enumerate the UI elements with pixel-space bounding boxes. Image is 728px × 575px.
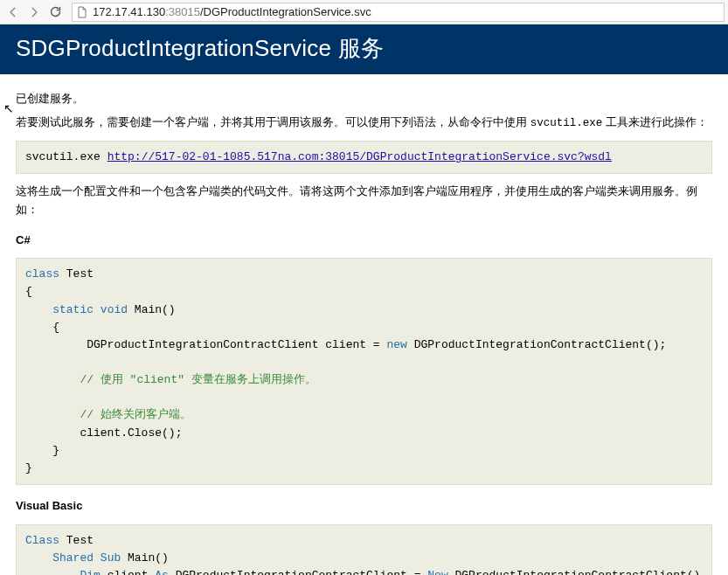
browser-toolbar: 172.17.41.130:38015/DGProductIntegration… [0,0,728,24]
forward-button[interactable] [24,3,44,22]
url-port: :38015 [165,5,200,18]
csharp-label: C# [16,232,712,250]
vb-label: Visual Basic [16,497,712,516]
generated-files-text: 这将生成一个配置文件和一个包含客户端类的代码文件。请将这两个文件添加到客户端应用… [16,183,712,219]
page-content: 已创建服务。 若要测试此服务，需要创建一个客户端，并将其用于调用该服务。可以使用… [0,74,728,575]
instruction-suffix: 工具来进行此操作： [602,115,708,128]
url-path: /DGProductIntegrationService.svc [200,5,371,18]
service-created-text: 已创建服务。 [16,90,712,108]
url-host: 172.17.41.130 [93,5,165,18]
address-bar[interactable]: 172.17.41.130:38015/DGProductIntegration… [72,3,725,22]
page-header: SDGProductIntegrationService 服务 [0,24,728,74]
svcutil-name: svcutil.exe [530,117,603,129]
page-icon [76,6,88,18]
reload-button[interactable] [45,3,65,22]
back-button[interactable] [3,3,23,22]
instruction-prefix: 若要测试此服务，需要创建一个客户端，并将其用于调用该服务。可以使用下列语法，从命… [16,115,530,128]
page-title: SDGProductIntegrationService 服务 [16,33,712,64]
vb-code-box: Class Test Shared Sub Main() Dim client … [16,524,712,575]
instruction-text: 若要测试此服务，需要创建一个客户端，并将其用于调用该服务。可以使用下列语法，从命… [16,114,712,132]
svcutil-command-box: svcutil.exe http://517-02-01-1085.517na.… [16,141,712,174]
svcutil-cmd: svcutil.exe [25,150,107,163]
csharp-code-box: class Test { static void Main() { DGProd… [16,258,712,485]
wsdl-link[interactable]: http://517-02-01-1085.517na.com:38015/DG… [107,150,612,163]
